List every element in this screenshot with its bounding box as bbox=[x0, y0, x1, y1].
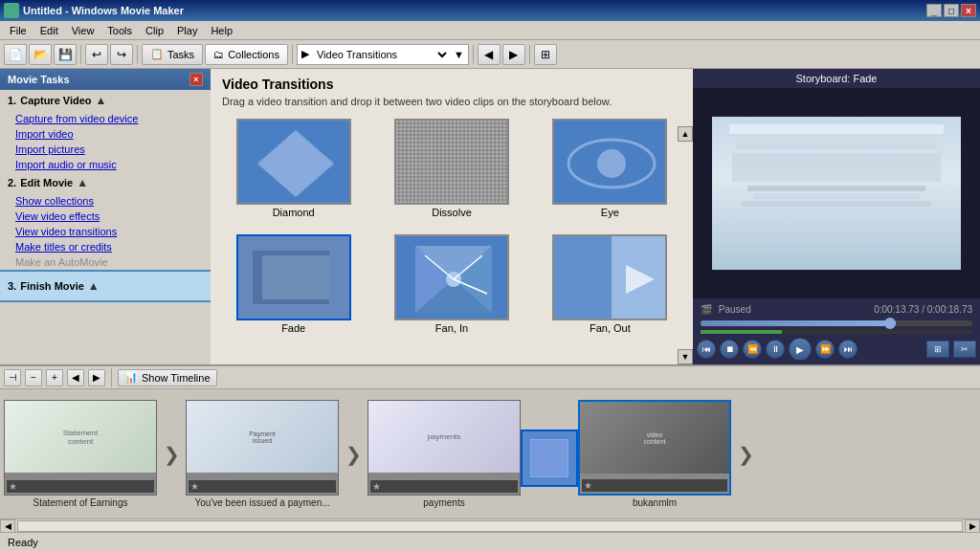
split-button[interactable]: ✂ bbox=[953, 341, 976, 358]
new-button[interactable]: 📄 bbox=[4, 44, 27, 65]
separator-5 bbox=[529, 45, 530, 64]
fanin-svg bbox=[396, 236, 509, 320]
scroll-left-button[interactable]: ◀ bbox=[0, 519, 15, 533]
prev-button[interactable]: ◀ bbox=[478, 44, 501, 65]
transitions-grid: Diamond bbox=[211, 111, 693, 349]
import-video[interactable]: Import video bbox=[0, 126, 211, 142]
scroll-down-button[interactable]: ▼ bbox=[678, 349, 693, 364]
maximize-button[interactable]: □ bbox=[944, 4, 959, 17]
menu-clip[interactable]: Clip bbox=[140, 23, 169, 38]
view-video-effects[interactable]: View video effects bbox=[0, 209, 211, 224]
scroll-up-button[interactable]: ▲ bbox=[678, 126, 693, 142]
open-button[interactable]: 📂 bbox=[29, 44, 52, 65]
pause-button[interactable]: ⏸ bbox=[766, 340, 785, 359]
show-collections[interactable]: Show collections bbox=[0, 193, 211, 209]
redo-button[interactable]: ↪ bbox=[110, 44, 133, 65]
menu-play[interactable]: Play bbox=[171, 23, 203, 38]
fullscreen-button[interactable]: ⊞ bbox=[926, 341, 949, 358]
diamond-svg bbox=[238, 121, 351, 205]
edit-section-header[interactable]: 2. Edit Movie ▲ bbox=[0, 172, 211, 193]
storyboard-sep bbox=[111, 368, 112, 387]
clip-star-4: ★ bbox=[584, 480, 592, 491]
transition-fade[interactable]: Fade bbox=[218, 234, 368, 342]
transition-diamond[interactable]: Diamond bbox=[218, 119, 368, 227]
minimize-button[interactable]: _ bbox=[926, 4, 942, 17]
finish-section-header[interactable]: 3. Finish Movie ▲ bbox=[0, 270, 211, 302]
separator-3 bbox=[292, 45, 293, 64]
scroll-right-button[interactable]: ▶ bbox=[965, 519, 980, 533]
storyboard-clip-4[interactable]: videocontent ★ bukanmlm bbox=[578, 400, 731, 508]
grid-button[interactable]: ⊞ bbox=[534, 44, 557, 65]
dissolve-preview bbox=[394, 119, 509, 205]
clip-name-2: You've been issued a paymen... bbox=[194, 497, 329, 508]
transition-eye[interactable]: Eye bbox=[535, 119, 685, 227]
import-pictures[interactable]: Import pictures bbox=[0, 142, 211, 157]
svg-point-8 bbox=[597, 149, 626, 178]
tasks-icon: 📋 bbox=[150, 48, 164, 60]
window-controls: _ □ × bbox=[926, 4, 976, 17]
clip-star-2: ★ bbox=[190, 481, 199, 492]
transition-dissolve[interactable]: Dissolve bbox=[376, 119, 526, 227]
import-audio[interactable]: Import audio or music bbox=[0, 157, 211, 172]
view-video-transitions[interactable]: View video transitions bbox=[0, 224, 211, 239]
preview-time: 0:00:13.73 / 0:00:18.73 bbox=[874, 304, 972, 315]
window-title: Untitled - Windows Movie Maker bbox=[23, 5, 184, 16]
capture-section-header[interactable]: 1. Capture Video ▲ bbox=[0, 90, 211, 111]
svg-rect-22 bbox=[554, 236, 612, 320]
left-panel-container: Movie Tasks × 1. Capture Video ▲ Capture… bbox=[0, 69, 211, 364]
progress-fill bbox=[701, 320, 896, 326]
tasks-tab[interactable]: 📋 Tasks bbox=[142, 44, 203, 65]
storyboard-next-frame[interactable]: ▶ bbox=[88, 369, 105, 386]
rewind-button[interactable]: ⏪ bbox=[743, 340, 762, 359]
capture-from-device[interactable]: Capture from video device bbox=[0, 111, 211, 126]
current-time: 0:00:13.73 bbox=[874, 304, 919, 315]
menu-tools[interactable]: Tools bbox=[101, 23, 138, 38]
separator-4 bbox=[473, 45, 474, 64]
storyboard-prev-frame[interactable]: ◀ bbox=[67, 369, 84, 386]
save-button[interactable]: 💾 bbox=[54, 44, 77, 65]
stop-button[interactable]: ⏹ bbox=[720, 340, 739, 359]
close-button[interactable]: × bbox=[961, 4, 976, 17]
transition-box[interactable] bbox=[521, 422, 578, 487]
storyboard-clip-1[interactable]: Statementcontent ★ Statement of Earnings bbox=[4, 400, 157, 508]
storyboard-section: ⊣ − + ◀ ▶ 📊 Show Timeline Statementconte… bbox=[0, 364, 980, 518]
menu-edit[interactable]: Edit bbox=[34, 23, 64, 38]
scroll-track[interactable] bbox=[17, 520, 963, 532]
storyboard-rewind[interactable]: ⊣ bbox=[4, 369, 21, 386]
storyboard-zoom-out[interactable]: − bbox=[25, 369, 42, 386]
storyboard-clip-2[interactable]: Paymentissued ★ You've been issued a pay… bbox=[186, 400, 339, 508]
clip-thumb-4: videocontent ★ bbox=[578, 400, 731, 496]
transition-dropdown[interactable]: ▶ Video Transitions Video Effects Collec… bbox=[297, 44, 469, 65]
transitions-title: Video Transitions bbox=[222, 77, 681, 92]
progress-thumb[interactable] bbox=[884, 318, 896, 329]
transition-indicator bbox=[521, 430, 578, 487]
eye-label: Eye bbox=[601, 207, 619, 218]
transition-fanin[interactable]: Fan, In bbox=[376, 234, 526, 342]
eye-preview bbox=[552, 119, 667, 205]
app-icon bbox=[4, 3, 19, 18]
finish-number: 3. bbox=[8, 280, 16, 292]
storyboard-clip-3[interactable]: payments ★ payments bbox=[368, 400, 521, 508]
dropdown-arrow: ▼ bbox=[454, 49, 464, 60]
transition-fanout[interactable]: Fan, Out bbox=[535, 234, 685, 342]
storyboard-zoom-in[interactable]: + bbox=[46, 369, 63, 386]
collections-tab[interactable]: 🗂 Collections bbox=[205, 44, 288, 65]
fast-forward-button[interactable]: ⏩ bbox=[815, 340, 835, 359]
goto-end-button[interactable]: ⏭ bbox=[838, 340, 858, 359]
goto-start-button[interactable]: ⏮ bbox=[697, 340, 716, 359]
undo-button[interactable]: ↩ bbox=[85, 44, 108, 65]
title-bar: Untitled - Windows Movie Maker _ □ × bbox=[0, 0, 980, 21]
make-titles-credits[interactable]: Make titles or credits bbox=[0, 239, 211, 254]
transition-select[interactable]: Video Transitions Video Effects Collecti… bbox=[313, 48, 450, 61]
panel-close-button[interactable]: × bbox=[189, 73, 203, 86]
next-button[interactable]: ▶ bbox=[502, 44, 525, 65]
menu-file[interactable]: File bbox=[4, 23, 33, 38]
fanin-preview bbox=[394, 234, 509, 320]
show-timeline-button[interactable]: 📊 Show Timeline bbox=[118, 369, 217, 386]
toolbar: 📄 📂 💾 ↩ ↪ 📋 Tasks 🗂 Collections ▶ Video … bbox=[0, 40, 980, 69]
dissolve-label: Dissolve bbox=[432, 207, 472, 218]
play-button[interactable]: ▶ bbox=[789, 338, 812, 361]
menu-view[interactable]: View bbox=[66, 23, 100, 38]
menu-help[interactable]: Help bbox=[205, 23, 238, 38]
preview-progress-bar[interactable] bbox=[701, 320, 972, 326]
